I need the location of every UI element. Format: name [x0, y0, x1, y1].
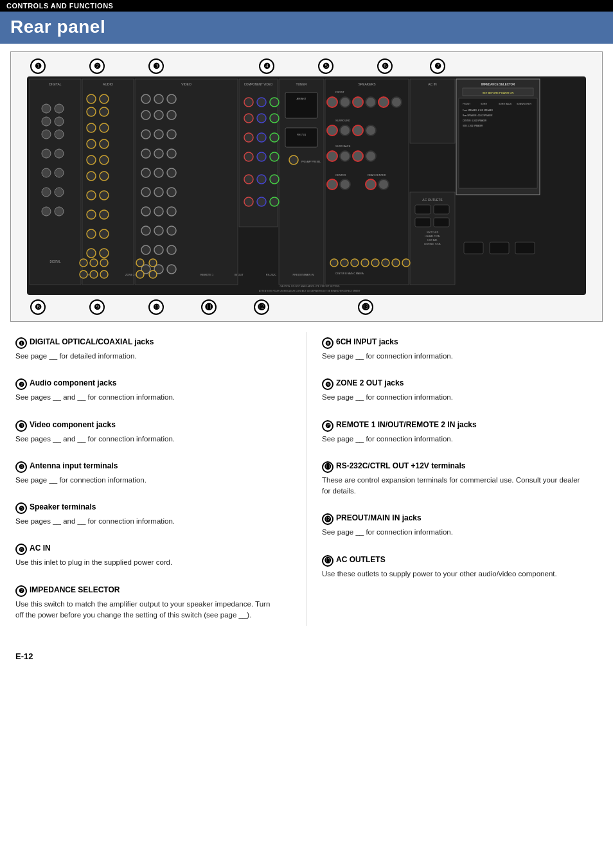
callout-11: ⓫ [201, 299, 217, 315]
desc-text-8: See page __ for connection information. [322, 351, 587, 362]
svg-rect-19 [459, 98, 537, 188]
page-title: Rear panel [10, 17, 603, 37]
desc-title-13: AC OUTLETS [336, 555, 386, 564]
svg-point-137 [366, 125, 376, 136]
bottom-callouts: ❽ ❾ ❿ ⓫ ⓬ ⓭ [17, 297, 596, 315]
svg-text:IMPEDANCE SELECTOR: IMPEDANCE SELECTOR [481, 83, 515, 86]
svg-text:IN OUT: IN OUT [235, 273, 244, 276]
callout-group-bottom: ❽ ❾ ❿ ⓫ ⓬ ⓭ [30, 299, 461, 315]
desc-text-7: Use this switch to match the amplifier o… [15, 599, 280, 621]
svg-point-129 [353, 97, 363, 107]
svg-text:AC IN: AC IN [428, 82, 437, 86]
svg-point-165 [149, 270, 157, 278]
svg-point-168 [351, 259, 359, 267]
svg-point-74 [167, 94, 176, 103]
desc-title-11: RS-232C/CTRL OUT +12V terminals [336, 461, 466, 470]
svg-text:SPEAKERS: SPEAKERS [359, 82, 377, 86]
svg-point-44 [42, 149, 51, 158]
svg-rect-177 [515, 242, 535, 254]
desc-title-3: Video component jacks [30, 420, 116, 429]
svg-point-47 [55, 168, 64, 177]
svg-point-38 [42, 104, 51, 113]
callout-group-top: ❶ ❷ ❸ ❹ ❺ ❻ ❼ [30, 58, 481, 74]
svg-point-63 [100, 172, 109, 181]
svg-point-39 [55, 104, 64, 113]
svg-point-84 [141, 168, 150, 177]
svg-point-144 [327, 179, 337, 190]
svg-point-45 [55, 149, 64, 158]
desc-item-3: ❸ Video component jacks See pages __ and… [15, 415, 290, 450]
svg-point-132 [391, 97, 402, 107]
svg-rect-122 [285, 128, 317, 147]
svg-point-40 [42, 117, 51, 126]
svg-point-61 [100, 155, 109, 164]
svg-text:ATTENTION: POUR UN MEILLEUR CO: ATTENTION: POUR UN MEILLEUR CONTACT CE D… [259, 290, 361, 292]
svg-point-54 [87, 107, 96, 116]
svg-point-70 [87, 249, 96, 258]
desc-item-4: ❹ Antenna input terminals See page __ fo… [15, 456, 290, 491]
svg-text:AC OUTLETS: AC OUTLETS [422, 198, 443, 202]
svg-point-163 [149, 259, 157, 267]
svg-text:SWITCHED: SWITCHED [427, 231, 439, 234]
desc-header-5: ❺ Speaker terminals [15, 502, 280, 514]
svg-text:100W MAX. TOTAL: 100W MAX. TOTAL [424, 243, 441, 245]
svg-point-71 [100, 249, 109, 258]
svg-point-85 [154, 168, 163, 177]
svg-point-72 [141, 94, 150, 103]
desc-item-5: ❺ Speaker terminals See pages __ and __ … [15, 497, 290, 532]
svg-point-101 [167, 265, 176, 274]
rear-panel-svg: DIGITAL AUDIO VIDEO COMPONENT VIDEO TUNE… [17, 76, 596, 295]
desc-header-11: ⓫ RS-232C/CTRL OUT +12V terminals [322, 461, 587, 473]
svg-point-98 [167, 245, 176, 254]
svg-text:FRONT: FRONT [463, 103, 471, 105]
desc-title-1: DIGITAL OPTICAL/COAXIAL jacks [30, 337, 154, 346]
svg-point-110 [270, 133, 279, 142]
desc-num-5: ❺ [15, 502, 27, 514]
callout-6: ❻ [377, 58, 393, 74]
svg-point-115 [257, 175, 266, 184]
desc-header-8: ❽ 6CH INPUT jacks [322, 337, 587, 349]
svg-point-42 [42, 130, 51, 139]
svg-rect-120 [285, 93, 317, 118]
svg-text:SURR BACK: SURR BACK [499, 103, 512, 105]
svg-point-160 [90, 270, 98, 278]
desc-text-1: See page __ for detailed information. [15, 351, 280, 362]
svg-point-89 [167, 188, 176, 197]
svg-point-167 [341, 259, 348, 267]
callout-7: ❼ [430, 58, 445, 74]
svg-point-135 [340, 125, 350, 136]
svg-point-104 [270, 98, 279, 107]
desc-num-12: ⓬ [322, 513, 333, 525]
desc-num-7: ❼ [15, 585, 27, 597]
desc-num-2: ❷ [15, 378, 27, 390]
svg-point-131 [378, 97, 389, 107]
desc-num-9: ❾ [322, 378, 333, 390]
svg-point-109 [257, 133, 266, 142]
svg-text:SURROUND: SURROUND [335, 119, 350, 122]
svg-text:SURR: SURR [481, 103, 487, 105]
desc-item-9: ❾ ZONE 2 OUT jacks See page __ for conne… [322, 373, 598, 408]
svg-point-145 [340, 179, 350, 190]
desc-header-1: ❶ DIGITAL OPTICAL/COAXIAL jacks [15, 337, 280, 349]
svg-point-66 [87, 210, 96, 219]
desc-title-2: Audio component jacks [30, 378, 116, 387]
desc-title-4: Antenna input terminals [30, 461, 118, 470]
desc-item-7: ❼ IMPEDANCE SELECTOR Use this switch to … [15, 580, 290, 626]
svg-text:AM ANT: AM ANT [297, 97, 306, 100]
svg-point-60 [87, 155, 96, 164]
svg-text:PRE AMP PRESEL: PRE AMP PRESEL [301, 161, 321, 163]
svg-rect-32 [415, 218, 431, 227]
desc-item-13: ⓭ AC OUTLETS Use these outlets to supply… [322, 550, 598, 585]
desc-text-13: Use these outlets to supply power to you… [322, 569, 587, 580]
svg-text:SUBWOOFER: SUBWOOFER [517, 103, 531, 105]
desc-item-10: ❿ REMOTE 1 IN/OUT/REMOTE 2 IN jacks See … [322, 415, 598, 450]
svg-text:DIGITAL: DIGITAL [49, 82, 61, 86]
svg-point-118 [257, 197, 266, 206]
svg-rect-175 [464, 242, 483, 254]
svg-point-51 [55, 207, 64, 216]
header-title: CONTROLS AND FUNCTIONS [6, 2, 113, 10]
svg-point-117 [244, 197, 253, 206]
svg-point-127 [327, 97, 337, 107]
svg-point-59 [100, 139, 109, 148]
svg-point-88 [154, 188, 163, 197]
